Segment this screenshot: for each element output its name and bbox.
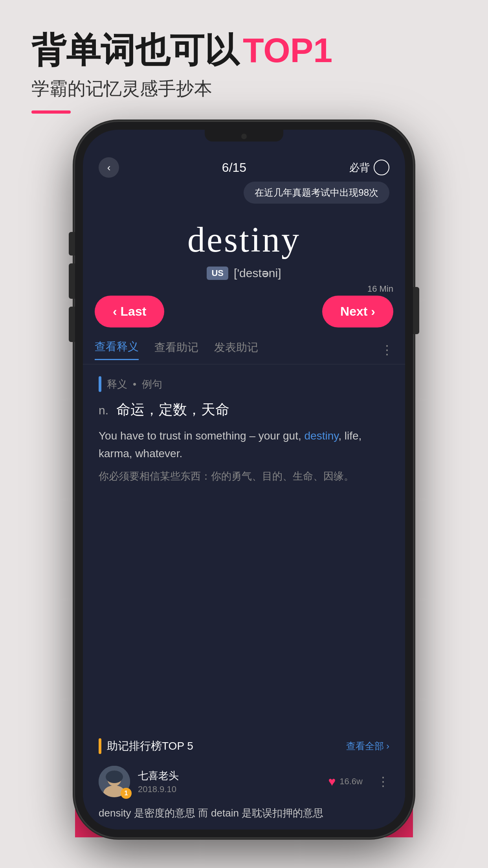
mnemonic-text: density 是密度的意思 而 detain 是耽误扣押的意思	[99, 805, 389, 822]
mnemonic-list-item: 1 七喜老头 2018.9.10 ♥	[99, 762, 389, 801]
pink-underline	[31, 110, 71, 114]
mnemonic-section: 助记排行榜TOP 5 查看全部 ›	[83, 730, 405, 829]
part-of-speech: n.	[99, 404, 108, 417]
view-all-label: 查看全部	[346, 740, 384, 752]
tab-bar: 查看释义 查看助记 发表助记 ⋮	[83, 335, 405, 364]
phone-wrapper: ‹ 6/15 必背 在近几年真题考试中出现98次 destiny US ['de…	[75, 122, 413, 837]
username: 七喜老头	[138, 769, 320, 783]
headline-part1: 背单词也可以	[31, 31, 239, 70]
tab-more-icon[interactable]: ⋮	[381, 342, 393, 357]
power-button	[413, 287, 419, 334]
user-date: 2018.9.10	[138, 784, 320, 794]
definition-area: 释义 • 例句 n. 命运，定数，天命 You have to trust in…	[83, 364, 405, 730]
example-chinese: 你必须要相信某些东西：你的勇气、目的、生命、因缘。	[99, 468, 389, 485]
like-area[interactable]: ♥ 16.6w	[328, 774, 363, 789]
tab-definition-label: 查看释义	[95, 340, 139, 353]
headline-part2: TOP1	[243, 31, 332, 70]
section-title-example: 例句	[142, 377, 162, 391]
example-english: You have to trust in something – your gu…	[99, 427, 389, 463]
headline: 背单词也可以 TOP1	[31, 31, 332, 70]
user-info: 七喜老头 2018.9.10	[138, 769, 320, 794]
tab-mnemonic-post[interactable]: 发表助记	[214, 340, 258, 360]
ranking-header: 助记排行榜TOP 5 查看全部 ›	[99, 738, 389, 754]
last-button[interactable]: ‹ Last	[95, 296, 164, 327]
tooltip-banner: 在近几年真题考试中出现98次	[244, 182, 389, 204]
tab-definition[interactable]: 查看释义	[95, 339, 139, 360]
next-button-label: Next ›	[340, 304, 375, 319]
last-button-label: ‹ Last	[113, 304, 146, 319]
back-icon: ‹	[107, 162, 111, 174]
blue-bar-icon	[99, 376, 101, 392]
section-title-definition: 释义	[107, 377, 127, 391]
phone-shell: ‹ 6/15 必背 在近几年真题考试中出现98次 destiny US ['de…	[75, 122, 413, 837]
mute-button	[69, 232, 75, 256]
rank-number: 1	[125, 790, 128, 797]
view-all-button[interactable]: 查看全部 ›	[346, 740, 389, 752]
heart-icon: ♥	[328, 774, 336, 789]
phone-screen: ‹ 6/15 必背 在近几年真题考试中出现98次 destiny US ['de…	[83, 130, 405, 829]
ranking-title: 助记排行榜TOP 5	[107, 739, 193, 754]
camera	[241, 134, 247, 139]
subtitle: 学霸的记忆灵感手抄本	[31, 77, 332, 101]
tab-mnemonic-view-label: 查看助记	[154, 341, 198, 353]
must-remember-area[interactable]: 必背	[349, 160, 389, 175]
highlight-destiny: destiny	[305, 430, 339, 442]
progress-display: 6/15	[222, 160, 246, 175]
definition-text: 命运，定数，天命	[116, 401, 229, 417]
top-text-area: 背单词也可以 TOP1 学霸的记忆灵感手抄本	[31, 31, 332, 114]
must-remember-label: 必背	[349, 161, 370, 175]
volume-up-button	[69, 263, 75, 299]
word-display: destiny	[99, 219, 389, 260]
notch	[205, 130, 283, 142]
pos-definition: n. 命运，定数，天命	[99, 400, 389, 419]
section-header: 释义 • 例句	[99, 376, 389, 392]
nav-buttons: 16 Min ‹ Last Next ›	[83, 288, 405, 335]
svg-point-3	[106, 771, 123, 783]
back-button[interactable]: ‹	[99, 157, 119, 178]
chevron-right-icon: ›	[386, 741, 389, 752]
yellow-bar-icon	[99, 738, 101, 754]
tab-mnemonic-view[interactable]: 查看助记	[154, 340, 198, 360]
pronunciation: US ['destəni]	[99, 266, 389, 280]
avatar-wrap: 1	[99, 766, 130, 797]
next-button[interactable]: Next ›	[322, 296, 393, 327]
rank-badge: 1	[121, 788, 132, 799]
more-options-icon[interactable]: ⋮	[377, 774, 389, 789]
circle-icon	[374, 160, 389, 175]
tab-mnemonic-post-label: 发表助记	[214, 341, 258, 353]
time-label: 16 Min	[367, 284, 393, 294]
us-badge: US	[207, 267, 228, 280]
screen-content: ‹ 6/15 必背 在近几年真题考试中出现98次 destiny US ['de…	[83, 130, 405, 829]
phonetic: ['destəni]	[234, 266, 281, 280]
word-section: destiny US ['destəni]	[83, 208, 405, 288]
volume-down-button	[69, 307, 75, 342]
header-bar: ‹ 6/15 必背	[83, 149, 405, 182]
like-count: 16.6w	[339, 776, 363, 787]
